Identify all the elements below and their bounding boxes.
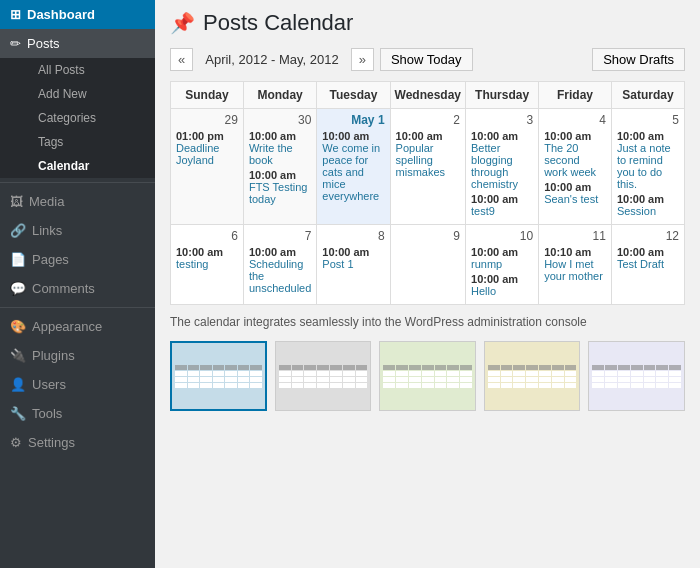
sidebar-item-comments[interactable]: 💬 Comments [0,274,155,303]
event-title[interactable]: Post 1 [322,258,353,270]
plugins-label: Plugins [32,348,75,363]
event-title[interactable]: test9 [471,205,495,217]
event-title[interactable]: Write the book [249,142,293,166]
day-number: 6 [176,229,238,243]
sidebar-item-add-new[interactable]: Add New [28,82,155,106]
event-title[interactable]: Session [617,205,656,217]
media-label: Media [29,194,64,209]
sidebar-item-pages[interactable]: 📄 Pages [0,245,155,274]
calendar-day-cell: 710:00 am Scheduling the unscheduled [243,225,316,305]
event-title[interactable]: How I met your mother [544,258,603,282]
event-time: 10:00 am [544,181,591,193]
page-title: Posts Calendar [203,10,353,36]
calendar-day-cell: 1010:00 am runmp10:00 am Hello [466,225,539,305]
event-block: 10:00 am The 20 second work week [544,130,606,178]
appearance-icon: 🎨 [10,319,26,334]
event-time: 10:00 am [471,246,518,258]
sidebar-item-categories[interactable]: Categories [28,106,155,130]
settings-icon: ⚙ [10,435,22,450]
col-saturday: Saturday [611,82,684,109]
sidebar-item-calendar[interactable]: Calendar [28,154,155,178]
day-number: 2 [396,113,460,127]
calendar-week-row: 2901:00 pm Deadline Joyland3010:00 am Wr… [171,109,685,225]
day-number: 4 [544,113,606,127]
event-title[interactable]: The 20 second work week [544,142,596,178]
appearance-label: Appearance [32,319,102,334]
thumbnail-item[interactable] [588,341,685,411]
posts-icon: ✏ [10,36,21,51]
day-number: 9 [396,229,460,243]
calendar-navigation: « April, 2012 - May, 2012 » Show Today S… [170,48,685,71]
event-time: 10:00 am [176,246,223,258]
event-block: 10:00 am Hello [471,273,533,297]
calendar-day-cell: 310:00 am Better blogging through chemis… [466,109,539,225]
event-title[interactable]: Deadline Joyland [176,142,219,166]
calendar-day-cell: 210:00 am Popular spelling mismakes [390,109,465,225]
event-time: 10:00 am [249,246,296,258]
tools-icon: 🔧 [10,406,26,421]
event-block: 10:00 am FTS Testing today [249,169,311,205]
comments-label: Comments [32,281,95,296]
event-time: 10:00 am [471,130,518,142]
dashboard-item[interactable]: ⊞ Dashboard [0,0,155,29]
event-block: 10:00 am runmp [471,246,533,270]
event-title[interactable]: FTS Testing today [249,181,308,205]
event-title[interactable]: runmp [471,258,502,270]
thumbnail-item[interactable] [484,341,581,411]
links-label: Links [32,223,62,238]
col-friday: Friday [539,82,612,109]
sidebar-item-appearance[interactable]: 🎨 Appearance [0,312,155,341]
event-block: 10:10 am How I met your mother [544,246,606,282]
sidebar-item-all-posts[interactable]: All Posts [28,58,155,82]
plugins-icon: 🔌 [10,348,26,363]
event-block: 10:00 am Post 1 [322,246,384,270]
posts-label: Posts [27,36,60,51]
sidebar-item-tags[interactable]: Tags [28,130,155,154]
pages-label: Pages [32,252,69,267]
thumbnail-item[interactable] [275,341,372,411]
sidebar-item-users[interactable]: 👤 Users [0,370,155,399]
event-title[interactable]: Hello [471,285,496,297]
caption-text: The calendar integrates seamlessly into … [170,315,685,329]
sidebar-item-settings[interactable]: ⚙ Settings [0,428,155,457]
users-label: Users [32,377,66,392]
page-title-icon: 📌 [170,11,195,35]
event-title[interactable]: Better blogging through chemistry [471,142,518,190]
sidebar-item-links[interactable]: 🔗 Links [0,216,155,245]
sidebar-item-media[interactable]: 🖼 Media [0,187,155,216]
day-number: 5 [617,113,679,127]
sidebar-item-tools[interactable]: 🔧 Tools [0,399,155,428]
event-block: 10:00 am Write the book [249,130,311,166]
thumbnail-item[interactable] [379,341,476,411]
dashboard-label: Dashboard [27,7,95,22]
event-block: 10:00 am Better blogging through chemist… [471,130,533,190]
links-icon: 🔗 [10,223,26,238]
show-today-button[interactable]: Show Today [380,48,473,71]
event-time: 10:00 am [249,169,296,181]
event-time: 10:00 am [617,130,664,142]
event-time: 10:00 am [471,273,518,285]
event-time: 10:10 am [544,246,591,258]
event-title[interactable]: Just a note to remind you to do this. [617,142,671,190]
calendar-day-cell: 810:00 am Post 1 [317,225,390,305]
event-time: 10:00 am [617,193,664,205]
event-time: 10:00 am [544,130,591,142]
prev-month-button[interactable]: « [170,48,193,71]
event-title[interactable]: Scheduling the unscheduled [249,258,311,294]
sidebar-item-plugins[interactable]: 🔌 Plugins [0,341,155,370]
show-drafts-button[interactable]: Show Drafts [592,48,685,71]
event-title[interactable]: Sean's test [544,193,598,205]
comments-icon: 💬 [10,281,26,296]
event-title[interactable]: We come in peace for cats and mice every… [322,142,380,202]
media-icon: 🖼 [10,194,23,209]
event-title[interactable]: testing [176,258,208,270]
thumbnail-row [170,341,685,411]
thumbnail-item[interactable] [170,341,267,411]
tools-label: Tools [32,406,62,421]
sidebar-item-posts[interactable]: ✏ Posts [0,29,155,58]
event-title[interactable]: Test Draft [617,258,664,270]
next-month-button[interactable]: » [351,48,374,71]
event-time: 01:00 pm [176,130,224,142]
event-title[interactable]: Popular spelling mismakes [396,142,446,178]
col-monday: Monday [243,82,316,109]
